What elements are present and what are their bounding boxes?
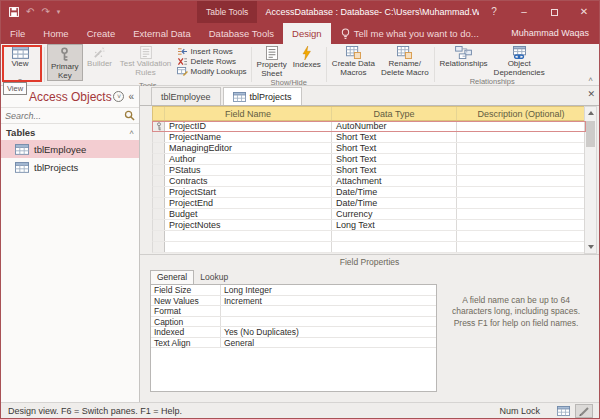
search-input[interactable] xyxy=(5,111,124,121)
doc-tab-tblprojects[interactable]: tblProjects xyxy=(223,87,302,105)
signed-in-user[interactable]: Muhammad Waqas xyxy=(511,23,599,44)
tab-general[interactable]: General xyxy=(150,270,194,284)
field-row-empty[interactable] xyxy=(152,242,586,253)
field-row-projectid[interactable]: ProjectID AutoNumber xyxy=(152,121,586,132)
row-selector[interactable] xyxy=(153,187,165,197)
relationships-button[interactable]: Relationships xyxy=(437,44,491,77)
delete-rows-button[interactable]: Delete Rows xyxy=(177,57,247,66)
property-sheet-button[interactable]: Property Sheet xyxy=(254,44,290,78)
close-button[interactable]: ✕ xyxy=(569,1,599,23)
row-selector[interactable] xyxy=(153,121,165,131)
property-row-caption[interactable]: Caption xyxy=(151,317,436,328)
row-selector[interactable] xyxy=(153,143,165,153)
delete-rows-icon xyxy=(177,57,188,66)
customize-qat-icon[interactable]: ▾ xyxy=(57,7,61,17)
tell-me-box[interactable]: Tell me what you want to do... xyxy=(331,23,512,44)
property-grid: Field Size Long Integer New Values Incre… xyxy=(150,284,437,392)
collapse-group-icon[interactable]: ˄ xyxy=(129,128,134,137)
modify-lookups-button[interactable]: Modify Lookups xyxy=(177,67,247,76)
tab-design[interactable]: Design xyxy=(283,23,331,44)
row-selector[interactable] xyxy=(153,132,165,142)
tab-database-tools[interactable]: Database Tools xyxy=(200,23,283,44)
view-button[interactable]: View xyxy=(3,44,37,87)
tab-create[interactable]: Create xyxy=(78,23,125,44)
field-row-projectend[interactable]: ProjectEnd Date/Time xyxy=(152,198,586,209)
property-row-field-size[interactable]: Field Size Long Integer xyxy=(151,285,436,296)
document-tab-strip: tblEmployee tblProjects ✕ xyxy=(140,86,599,106)
field-row-budget[interactable]: Budget Currency xyxy=(152,209,586,220)
property-row-format[interactable]: Format xyxy=(151,306,436,317)
nav-pane-header: View Access Objects ˅ « xyxy=(1,86,139,107)
object-dependencies-button[interactable]: Object Dependencies xyxy=(491,44,548,77)
nav-search-row xyxy=(1,107,139,124)
close-document-icon[interactable]: ✕ xyxy=(587,89,595,99)
modify-lookups-icon xyxy=(177,67,188,76)
primary-key-button[interactable]: Primary Key xyxy=(47,44,83,81)
scroll-up-icon[interactable] xyxy=(585,107,596,119)
nav-item-tblprojects[interactable]: tblProjects xyxy=(1,158,139,176)
tab-external-data[interactable]: External Data xyxy=(124,23,200,44)
indexes-button[interactable]: Indexes xyxy=(290,44,324,78)
shutter-bar-close-icon[interactable]: « xyxy=(128,91,134,102)
table-design-grid: Field Name Data Type Description (Option… xyxy=(152,106,586,253)
field-properties-section: Field Properties General Lookup Field Si… xyxy=(140,254,599,402)
tab-lookup[interactable]: Lookup xyxy=(194,271,234,284)
tab-home[interactable]: Home xyxy=(34,23,77,44)
design-view-button[interactable] xyxy=(575,404,593,418)
field-row-managingeditor[interactable]: ManagingEditor Short Text xyxy=(152,143,586,154)
field-row-projectname[interactable]: ProjectName Short Text xyxy=(152,132,586,143)
maximize-icon xyxy=(551,9,558,16)
row-selector[interactable] xyxy=(153,220,165,230)
row-selector[interactable] xyxy=(153,198,165,208)
ribbon-group-field-events: Create Data Macros Rename/ Delete Macro … xyxy=(327,44,434,85)
ribbon-tab-row: File Home Create External Data Database … xyxy=(1,23,599,44)
tab-file[interactable]: File xyxy=(1,23,34,44)
undo-icon[interactable]: ↶ xyxy=(26,7,34,17)
row-selector[interactable] xyxy=(153,242,165,252)
field-row-author[interactable]: Author Short Text xyxy=(152,154,586,165)
minimize-button[interactable]: – xyxy=(509,1,539,23)
window-controls: ? – ✕ xyxy=(479,1,599,23)
window-title: AccessDatabase : Database- C:\Users\Muha… xyxy=(257,7,479,17)
row-selector[interactable] xyxy=(153,231,165,241)
view-tooltip: View xyxy=(3,82,27,95)
row-selector[interactable] xyxy=(153,165,165,175)
maximize-button[interactable] xyxy=(539,1,569,23)
property-row-indexed[interactable]: Indexed Yes (No Duplicates) xyxy=(151,327,436,338)
ribbon-group-views: View Views xyxy=(1,44,44,85)
row-tools-column: Insert Rows Delete Rows Modify Lookups xyxy=(175,44,249,81)
navigation-pane: View Access Objects ˅ « Tables ˄ tblEmpl… xyxy=(1,86,140,402)
row-selector[interactable] xyxy=(153,176,165,186)
save-icon[interactable] xyxy=(9,7,19,17)
scroll-down-icon[interactable] xyxy=(585,241,596,253)
nav-group-tables[interactable]: Tables ˄ xyxy=(1,124,139,140)
collapse-ribbon-icon[interactable]: ˄ xyxy=(588,75,593,84)
insert-rows-button[interactable]: Insert Rows xyxy=(177,47,247,56)
ribbon-group-relationships: Relationships Object Dependencies Relati… xyxy=(435,44,550,85)
field-row-projectstart[interactable]: ProjectStart Date/Time xyxy=(152,187,586,198)
field-row-pstatus[interactable]: PStatus Short Text xyxy=(152,165,586,176)
nav-menu-chevron-icon[interactable]: ˅ xyxy=(113,91,124,102)
property-tabs: General Lookup xyxy=(150,270,234,284)
redo-icon[interactable]: ↷ xyxy=(41,7,49,17)
search-icon[interactable] xyxy=(124,110,135,121)
property-row-new-values[interactable]: New Values Increment xyxy=(151,296,436,307)
doc-tab-tblemployee[interactable]: tblEmployee xyxy=(151,87,221,105)
help-button[interactable]: ? xyxy=(479,1,509,23)
row-selector-header xyxy=(153,107,165,120)
document-area: tblEmployee tblProjects ✕ Field Name Dat… xyxy=(140,86,599,402)
datasheet-view-button[interactable] xyxy=(554,404,572,418)
field-row-empty[interactable] xyxy=(152,231,586,242)
field-name-header: Field Name xyxy=(165,107,332,120)
field-row-projectnotes[interactable]: ProjectNotes Long Text xyxy=(152,220,586,231)
row-selector[interactable] xyxy=(153,154,165,164)
field-row-contracts[interactable]: Contracts Attachment xyxy=(152,176,586,187)
description-header: Description (Optional) xyxy=(457,107,585,120)
scrollbar-thumb[interactable] xyxy=(586,121,595,147)
access-window: ↶ ↷ ▾ Table Tools AccessDatabase : Datab… xyxy=(0,0,600,419)
insert-rows-icon xyxy=(177,47,188,56)
row-selector[interactable] xyxy=(153,209,165,219)
table-icon xyxy=(15,162,29,173)
nav-item-tblemployee[interactable]: tblEmployee xyxy=(1,140,139,158)
property-row-text-align[interactable]: Text Align General xyxy=(151,338,436,349)
